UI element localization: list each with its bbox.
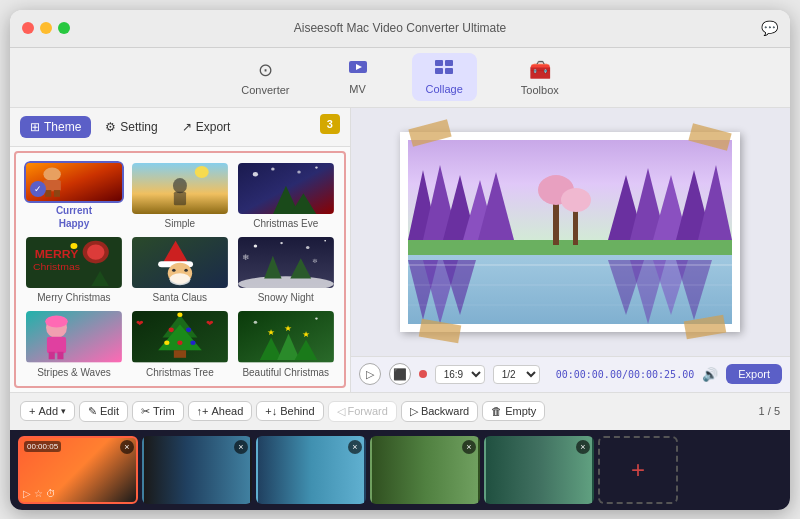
svg-point-89: [561, 188, 591, 212]
timeline-clip-5[interactable]: ×: [484, 436, 594, 504]
toolbar: + Add ▾ ✎ Edit ✂ Trim ↑+ Ahead +↓ Behind…: [10, 392, 790, 430]
nav-item-collage[interactable]: Collage: [412, 53, 477, 101]
stop-button[interactable]: ⬛: [389, 363, 411, 385]
behind-button[interactable]: +↓ Behind: [256, 401, 323, 421]
trash-icon: 🗑: [491, 405, 502, 417]
svg-point-71: [253, 321, 256, 324]
clip-close-1[interactable]: ×: [120, 440, 134, 454]
theme-label-snowy-night: Snowy Night: [258, 292, 314, 303]
nav-bar: ⊙ Converter MV Collage: [10, 48, 790, 108]
record-indicator: [419, 370, 427, 378]
svg-point-37: [253, 244, 256, 247]
theme-label-christmas-tree: Christmas Tree: [146, 367, 214, 378]
svg-point-17: [271, 167, 274, 170]
backward-button[interactable]: ▷ Backward: [401, 401, 478, 422]
mv-icon: [348, 59, 368, 80]
theme-item-beautiful-christmas[interactable]: ★ ★ ★ Beautiful Christmas: [236, 309, 336, 377]
nav-item-toolbox[interactable]: 🧰 Toolbox: [507, 53, 573, 102]
clip-close-5[interactable]: ×: [576, 440, 590, 454]
left-panel: ⊞ Theme ⚙ Setting ↗ Export 3: [10, 108, 351, 392]
svg-point-56: [177, 313, 182, 318]
svg-point-61: [190, 341, 195, 346]
nav-item-mv[interactable]: MV: [334, 53, 382, 101]
export-tab-icon: ↗: [182, 120, 192, 134]
tab-theme[interactable]: ⊞ Theme: [20, 116, 91, 138]
theme-label-simple: Simple: [165, 218, 196, 229]
right-panel: ▷ ⬛ 16:9 4:3 1:1 1/2 1/4 Full 00:00:00.0…: [351, 108, 790, 392]
ahead-button[interactable]: ↑+ Ahead: [188, 401, 253, 421]
ahead-icon: ↑+: [197, 405, 209, 417]
nav-item-converter[interactable]: ⊙ Converter: [227, 53, 303, 102]
play-button[interactable]: ▷: [359, 363, 381, 385]
timeline-clip-2[interactable]: ×: [142, 436, 252, 504]
theme-item-stripes-waves[interactable]: Stripes & Waves: [24, 309, 124, 377]
selected-check: ✓: [30, 181, 46, 197]
timeline-clip-1[interactable]: 00:00:05 × ▷ ☆ ⏱: [18, 436, 138, 504]
theme-item-simple[interactable]: Simple: [130, 161, 230, 229]
star-icon: ☆: [34, 488, 43, 499]
svg-point-59: [164, 341, 169, 346]
timeline: 00:00:05 × ▷ ☆ ⏱ × × × × +: [10, 430, 790, 510]
volume-icon[interactable]: 🔊: [702, 367, 718, 382]
preview-frame: [400, 132, 740, 332]
svg-rect-2: [435, 60, 443, 66]
theme-label-santa-claus: Santa Claus: [153, 292, 207, 303]
timeline-add-button[interactable]: +: [598, 436, 678, 504]
tab-setting[interactable]: ⚙ Setting: [95, 116, 167, 138]
maximize-button[interactable]: [58, 22, 70, 34]
svg-rect-9: [45, 190, 51, 197]
minimize-button[interactable]: [40, 22, 52, 34]
backward-icon: ▷: [410, 405, 418, 418]
quality-select[interactable]: 1/2 1/4 Full: [493, 365, 540, 384]
traffic-lights: [22, 22, 70, 34]
add-clip-icon: +: [631, 456, 645, 484]
trim-icon: ✂: [141, 405, 150, 418]
timeline-clip-3[interactable]: ×: [256, 436, 366, 504]
svg-text:★: ★: [267, 329, 274, 337]
title-bar: Aiseesoft Mac Video Converter Ultimate 💬: [10, 10, 790, 48]
timeline-clip-4[interactable]: ×: [370, 436, 480, 504]
svg-point-40: [324, 240, 326, 242]
svg-text:★: ★: [284, 325, 291, 333]
svg-point-14: [195, 166, 209, 178]
theme-item-current[interactable]: ✓ Current Happy: [24, 161, 124, 229]
export-button[interactable]: Export: [726, 364, 782, 384]
svg-rect-50: [57, 352, 63, 360]
add-dropdown-arrow: ▾: [61, 406, 66, 416]
clip-close-2[interactable]: ×: [234, 440, 248, 454]
theme-item-santa-claus[interactable]: Santa Claus: [130, 235, 230, 303]
clip-time-1: 00:00:05: [24, 441, 61, 452]
theme-label-merry-christmas: Merry Christmas: [37, 292, 110, 303]
theme-item-snowy-night[interactable]: ❄ ❄ Snowy Night: [236, 235, 336, 303]
forward-icon: ◁: [337, 405, 345, 418]
theme-item-christmas-tree[interactable]: ❤ ❤ Christmas Tree: [130, 309, 230, 377]
nav-label-converter: Converter: [241, 84, 289, 96]
main-window: Aiseesoft Mac Video Converter Ultimate 💬…: [10, 10, 790, 510]
main-content: ⊞ Theme ⚙ Setting ↗ Export 3: [10, 108, 790, 392]
theme-item-christmas-eve[interactable]: Christmas Eve: [236, 161, 336, 229]
nav-label-collage: Collage: [426, 83, 463, 95]
theme-item-merry-christmas[interactable]: MERRY Christmas Merry Christmas: [24, 235, 124, 303]
theme-label-stripes-waves: Stripes & Waves: [37, 367, 111, 378]
tab-export[interactable]: ↗ Export: [172, 116, 241, 138]
forward-button[interactable]: ◁ Forward: [328, 401, 397, 422]
svg-point-57: [169, 328, 174, 333]
svg-point-72: [315, 318, 318, 320]
preview-controls: ▷ ⬛ 16:9 4:3 1:1 1/2 1/4 Full 00:00:00.0…: [351, 356, 790, 392]
edit-button[interactable]: ✎ Edit: [79, 401, 128, 422]
svg-point-34: [172, 269, 175, 272]
ratio-select[interactable]: 16:9 4:3 1:1: [435, 365, 485, 384]
theme-sublabel-happy: Happy: [59, 218, 90, 229]
svg-point-39: [306, 246, 309, 249]
close-button[interactable]: [22, 22, 34, 34]
svg-text:MERRY: MERRY: [35, 249, 79, 260]
svg-point-38: [280, 242, 283, 244]
add-button[interactable]: + Add ▾: [20, 401, 75, 421]
svg-rect-49: [49, 352, 55, 360]
clip-close-3[interactable]: ×: [348, 440, 362, 454]
clip-close-4[interactable]: ×: [462, 440, 476, 454]
empty-button[interactable]: 🗑 Empty: [482, 401, 545, 421]
trim-button[interactable]: ✂ Trim: [132, 401, 184, 422]
svg-point-18: [297, 170, 300, 173]
svg-rect-3: [445, 60, 453, 66]
